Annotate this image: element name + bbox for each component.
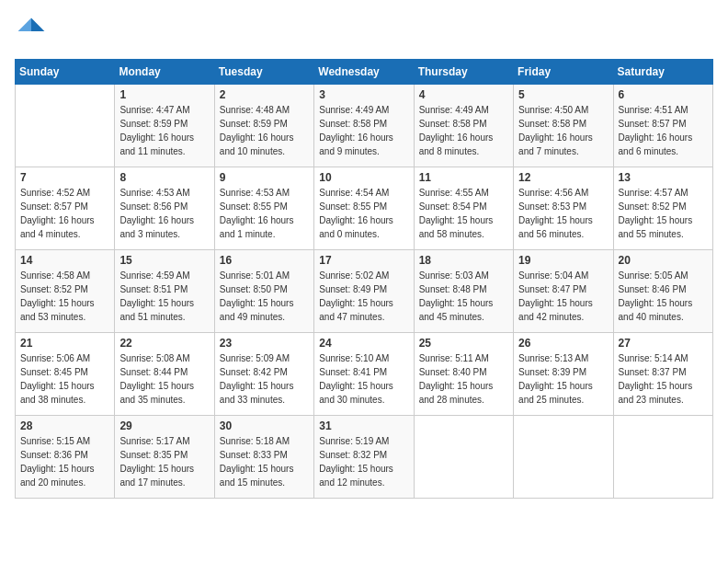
day-number: 12 <box>518 171 608 184</box>
week-row-1: 1Sunrise: 4:47 AMSunset: 8:59 PMDaylight… <box>16 85 713 167</box>
calendar-cell: 12Sunrise: 4:56 AMSunset: 8:53 PMDayligh… <box>514 167 613 250</box>
day-info: Sunrise: 5:19 AMSunset: 8:32 PMDaylight:… <box>319 434 408 489</box>
calendar-cell: 11Sunrise: 4:55 AMSunset: 8:54 PMDayligh… <box>414 167 513 250</box>
day-info: Sunrise: 4:56 AMSunset: 8:53 PMDaylight:… <box>518 186 608 241</box>
day-info: Sunrise: 5:17 AMSunset: 8:35 PMDaylight:… <box>119 434 209 489</box>
day-number: 31 <box>319 419 408 432</box>
day-number: 16 <box>220 254 309 267</box>
day-info: Sunrise: 4:53 AMSunset: 8:55 PMDaylight:… <box>220 186 309 241</box>
day-number: 17 <box>319 254 408 267</box>
calendar-cell: 21Sunrise: 5:06 AMSunset: 8:45 PMDayligh… <box>16 333 115 416</box>
day-info: Sunrise: 5:09 AMSunset: 8:42 PMDaylight:… <box>220 351 309 407</box>
week-row-3: 14Sunrise: 4:58 AMSunset: 8:52 PMDayligh… <box>16 250 713 333</box>
day-number: 20 <box>619 254 708 267</box>
day-info: Sunrise: 4:59 AMSunset: 8:51 PMDaylight:… <box>119 269 209 324</box>
day-number: 13 <box>619 171 708 184</box>
day-info: Sunrise: 4:51 AMSunset: 8:57 PMDaylight:… <box>619 103 708 158</box>
header-day-sunday: Sunday <box>16 60 115 85</box>
calendar-cell <box>514 416 613 499</box>
calendar-cell: 8Sunrise: 4:53 AMSunset: 8:56 PMDaylight… <box>115 167 214 250</box>
calendar-cell: 6Sunrise: 4:51 AMSunset: 8:57 PMDaylight… <box>613 85 712 167</box>
header-day-thursday: Thursday <box>414 60 513 85</box>
day-info: Sunrise: 5:02 AMSunset: 8:49 PMDaylight:… <box>319 269 408 324</box>
calendar-cell: 15Sunrise: 4:59 AMSunset: 8:51 PMDayligh… <box>115 250 214 333</box>
calendar-cell: 2Sunrise: 4:48 AMSunset: 8:59 PMDaylight… <box>214 85 313 167</box>
day-number: 6 <box>619 88 708 101</box>
day-number: 14 <box>20 254 109 267</box>
calendar-cell <box>613 416 712 499</box>
day-info: Sunrise: 5:04 AMSunset: 8:47 PMDaylight:… <box>518 269 608 324</box>
calendar-cell: 5Sunrise: 4:50 AMSunset: 8:58 PMDaylight… <box>514 85 613 167</box>
day-info: Sunrise: 4:52 AMSunset: 8:57 PMDaylight:… <box>20 186 109 241</box>
day-info: Sunrise: 4:49 AMSunset: 8:58 PMDaylight:… <box>319 103 408 158</box>
calendar-cell: 9Sunrise: 4:53 AMSunset: 8:55 PMDaylight… <box>214 167 313 250</box>
header-row: SundayMondayTuesdayWednesdayThursdayFrid… <box>16 60 713 85</box>
day-number: 29 <box>119 419 209 432</box>
calendar-cell: 18Sunrise: 5:03 AMSunset: 8:48 PMDayligh… <box>414 250 513 333</box>
day-info: Sunrise: 4:57 AMSunset: 8:52 PMDaylight:… <box>619 186 708 241</box>
header-day-friday: Friday <box>514 60 613 85</box>
header-day-saturday: Saturday <box>613 60 712 85</box>
day-info: Sunrise: 4:49 AMSunset: 8:58 PMDaylight:… <box>419 103 508 158</box>
calendar-cell <box>16 85 115 167</box>
calendar-cell: 24Sunrise: 5:10 AMSunset: 8:41 PMDayligh… <box>314 333 414 416</box>
week-row-4: 21Sunrise: 5:06 AMSunset: 8:45 PMDayligh… <box>16 333 713 416</box>
day-info: Sunrise: 4:54 AMSunset: 8:55 PMDaylight:… <box>319 186 408 241</box>
day-info: Sunrise: 4:50 AMSunset: 8:58 PMDaylight:… <box>518 103 608 158</box>
calendar-cell: 26Sunrise: 5:13 AMSunset: 8:39 PMDayligh… <box>514 333 613 416</box>
day-info: Sunrise: 5:05 AMSunset: 8:46 PMDaylight:… <box>619 269 708 324</box>
day-number: 10 <box>319 171 408 184</box>
calendar-table: SundayMondayTuesdayWednesdayThursdayFrid… <box>15 59 713 499</box>
day-info: Sunrise: 5:01 AMSunset: 8:50 PMDaylight:… <box>220 269 309 324</box>
svg-marker-0 <box>31 18 44 31</box>
day-number: 19 <box>518 254 608 267</box>
day-number: 11 <box>419 171 508 184</box>
day-number: 28 <box>20 419 109 432</box>
day-number: 30 <box>220 419 309 432</box>
day-number: 24 <box>319 337 408 350</box>
page-header <box>15 15 713 48</box>
day-number: 1 <box>119 88 209 101</box>
day-info: Sunrise: 5:14 AMSunset: 8:37 PMDaylight:… <box>619 351 708 407</box>
day-number: 27 <box>619 337 708 350</box>
day-info: Sunrise: 4:47 AMSunset: 8:59 PMDaylight:… <box>119 103 209 158</box>
day-info: Sunrise: 4:58 AMSunset: 8:52 PMDaylight:… <box>20 269 109 324</box>
day-info: Sunrise: 5:08 AMSunset: 8:44 PMDaylight:… <box>119 351 209 407</box>
calendar-cell: 4Sunrise: 4:49 AMSunset: 8:58 PMDaylight… <box>414 85 513 167</box>
calendar-cell: 28Sunrise: 5:15 AMSunset: 8:36 PMDayligh… <box>16 416 115 499</box>
day-info: Sunrise: 5:13 AMSunset: 8:39 PMDaylight:… <box>518 351 608 407</box>
day-number: 4 <box>419 88 508 101</box>
logo-icon <box>15 15 48 48</box>
day-info: Sunrise: 5:11 AMSunset: 8:40 PMDaylight:… <box>419 351 508 407</box>
calendar-cell: 20Sunrise: 5:05 AMSunset: 8:46 PMDayligh… <box>613 250 712 333</box>
calendar-cell: 22Sunrise: 5:08 AMSunset: 8:44 PMDayligh… <box>115 333 214 416</box>
calendar-cell: 7Sunrise: 4:52 AMSunset: 8:57 PMDaylight… <box>16 167 115 250</box>
calendar-cell: 3Sunrise: 4:49 AMSunset: 8:58 PMDaylight… <box>314 85 414 167</box>
day-info: Sunrise: 5:18 AMSunset: 8:33 PMDaylight:… <box>220 434 309 489</box>
week-row-2: 7Sunrise: 4:52 AMSunset: 8:57 PMDaylight… <box>16 167 713 250</box>
calendar-cell: 25Sunrise: 5:11 AMSunset: 8:40 PMDayligh… <box>414 333 513 416</box>
day-number: 23 <box>220 337 309 350</box>
day-info: Sunrise: 4:53 AMSunset: 8:56 PMDaylight:… <box>119 186 209 241</box>
logo <box>15 15 51 48</box>
calendar-cell: 23Sunrise: 5:09 AMSunset: 8:42 PMDayligh… <box>214 333 313 416</box>
day-number: 26 <box>518 337 608 350</box>
calendar-cell: 29Sunrise: 5:17 AMSunset: 8:35 PMDayligh… <box>115 416 214 499</box>
calendar-cell: 30Sunrise: 5:18 AMSunset: 8:33 PMDayligh… <box>214 416 313 499</box>
day-number: 22 <box>119 337 209 350</box>
day-number: 21 <box>20 337 109 350</box>
calendar-cell <box>414 416 513 499</box>
calendar-cell: 31Sunrise: 5:19 AMSunset: 8:32 PMDayligh… <box>314 416 414 499</box>
day-number: 5 <box>518 88 608 101</box>
week-row-5: 28Sunrise: 5:15 AMSunset: 8:36 PMDayligh… <box>16 416 713 499</box>
calendar-cell: 1Sunrise: 4:47 AMSunset: 8:59 PMDaylight… <box>115 85 214 167</box>
header-day-tuesday: Tuesday <box>214 60 313 85</box>
day-info: Sunrise: 4:55 AMSunset: 8:54 PMDaylight:… <box>419 186 508 241</box>
header-day-wednesday: Wednesday <box>314 60 414 85</box>
day-info: Sunrise: 5:06 AMSunset: 8:45 PMDaylight:… <box>20 351 109 407</box>
calendar-cell: 14Sunrise: 4:58 AMSunset: 8:52 PMDayligh… <box>16 250 115 333</box>
header-day-monday: Monday <box>115 60 214 85</box>
day-number: 3 <box>319 88 408 101</box>
svg-marker-1 <box>18 18 31 31</box>
day-number: 2 <box>220 88 309 101</box>
